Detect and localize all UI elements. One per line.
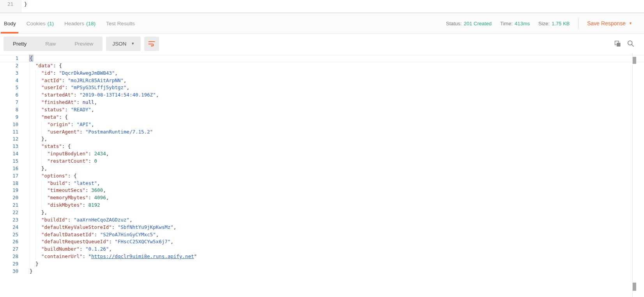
indent-guide: [30, 172, 35, 180]
code-line-content: "containerUrl": "https://dqclr9uimi8e.ru…: [18, 253, 197, 260]
tab-cookies-label: Cookies: [27, 21, 46, 26]
save-response-button[interactable]: Save Response ▼: [587, 20, 632, 26]
code-line: 7"finishedAt": null,: [0, 99, 644, 106]
code-token: "defaultRequestQueueId": [41, 239, 109, 244]
code-line: 19"timeoutSecs": 3600,: [0, 187, 644, 194]
code-token: ,: [124, 77, 127, 83]
code-token: 8192: [88, 202, 100, 208]
code-token: ,: [91, 121, 94, 127]
code-line-content: "data": {: [18, 62, 62, 70]
code-token: "latest": [74, 180, 97, 186]
code-token: :: [71, 121, 76, 127]
code-line: 3"id": "DqcrDkAwegJmBWB43",: [0, 70, 644, 77]
code-token: 2434: [94, 151, 106, 156]
code-line: 27"buildNumber": "0.1.26",: [0, 246, 644, 253]
indent-guide: [35, 70, 41, 77]
tab-cookies[interactable]: Cookies (1): [27, 13, 54, 33]
line-number: 22: [0, 209, 18, 216]
tab-body[interactable]: Body: [4, 13, 16, 33]
tab-test-results[interactable]: Test Results: [106, 13, 135, 33]
code-token: "startedAt": [41, 92, 74, 98]
code-token: "API": [76, 121, 91, 127]
raw-button[interactable]: Raw: [36, 37, 65, 51]
code-token: "inputBodyLen": [47, 151, 88, 156]
code-line-content: "startedAt": "2019-08-13T14:54:40.196Z",: [18, 91, 159, 99]
indent-guide: [30, 224, 35, 231]
tab-headers[interactable]: Headers (18): [64, 13, 96, 33]
preview-button[interactable]: Preview: [65, 37, 103, 51]
line-number: 27: [0, 246, 18, 253]
indent-guide: [35, 165, 41, 172]
response-body-viewer[interactable]: 1{2"data": {3"id": "DqcrDkAwegJmBWB43",4…: [0, 53, 644, 297]
code-line: 9"meta": {: [0, 114, 644, 121]
indent-guide: [41, 128, 47, 136]
code-token: :: [82, 202, 88, 208]
scrollbar-thumb[interactable]: [633, 57, 636, 64]
code-token: "buildId": [41, 217, 68, 223]
indent-guide: [41, 187, 47, 194]
tab-headers-count: (18): [86, 21, 96, 26]
language-dropdown[interactable]: JSON ▼: [106, 37, 141, 51]
code-token: :: [109, 239, 115, 244]
size-value: 1.75 KB: [552, 21, 570, 26]
code-line-content: "memoryMbytes": 4096,: [18, 194, 109, 202]
line-number: 14: [0, 150, 18, 158]
indent-guide: [30, 260, 35, 268]
container-url-link[interactable]: https://dqclr9uimi8e.runs.apify.net: [91, 253, 194, 259]
language-dropdown-value: JSON: [112, 41, 126, 47]
copy-button[interactable]: [614, 40, 621, 47]
code-token: ,: [156, 92, 159, 98]
code-line-content: },: [18, 135, 47, 143]
code-token: "S2PoA7HinGyCYMxc5": [100, 232, 156, 237]
code-token: "2019-08-13T14:54:40.196Z": [80, 92, 156, 98]
code-line: 18"build": "latest",: [0, 180, 644, 187]
request-editor-strip[interactable]: 21 }: [0, 0, 644, 12]
code-token: :: [88, 158, 94, 164]
line-number: 16: [0, 165, 18, 172]
code-token: ,: [109, 246, 112, 252]
wrap-text-icon: [148, 40, 156, 47]
code-line-content: "status": "READY",: [18, 106, 94, 114]
wrap-text-button[interactable]: [144, 37, 159, 51]
indent-guide: [30, 121, 35, 128]
status-indicator: Status: 201 Created: [446, 21, 492, 26]
search-button[interactable]: [627, 40, 634, 47]
indent-guide: [35, 202, 41, 209]
code-token: },: [41, 136, 47, 142]
code-token: "options": [41, 173, 68, 179]
code-token: :: [112, 224, 118, 230]
indent-guide: [35, 114, 41, 121]
code-token: ,: [91, 107, 94, 112]
indent-guide: [30, 150, 35, 158]
code-line-content: "diskMbytes": 8192: [18, 202, 100, 209]
indent-guide: [41, 121, 47, 128]
indent-guide: [35, 106, 41, 114]
indent-guide: [35, 99, 41, 106]
code-line-content: "defaultDatasetId": "S2PoA7HinGyCYMxc5",: [18, 231, 159, 239]
code-token: },: [41, 209, 47, 215]
code-line: 8"status": "READY",: [0, 106, 644, 114]
pretty-button[interactable]: Pretty: [4, 37, 36, 51]
code-line: 17"options": {: [0, 172, 644, 180]
indent-guide: [30, 180, 35, 187]
indent-guide: [35, 135, 41, 143]
body-toolbar: Pretty Raw Preview JSON ▼: [0, 34, 644, 53]
code-token: ,: [173, 224, 177, 230]
code-line: 29}: [0, 260, 644, 268]
code-line-content: {: [18, 55, 33, 62]
code-token: },: [41, 165, 47, 171]
code-line: 24"defaultKeyValueStoreId": "SbfNhtYu9jK…: [0, 224, 644, 231]
code-token: ,: [129, 217, 133, 223]
code-token: : {: [62, 143, 71, 149]
line-number: 19: [0, 187, 18, 194]
code-line: 11"userAgent": "PostmanRuntime/7.15.2": [0, 128, 644, 136]
code-token: 4096: [94, 195, 106, 200]
scrollbar-thumb[interactable]: [633, 283, 636, 291]
indent-guide: [30, 128, 35, 136]
code-token: :: [88, 151, 94, 156]
code-token: "userAgent": [47, 129, 80, 135]
line-number: 26: [0, 238, 18, 246]
indent-guide: [30, 187, 35, 194]
code-token: "buildNumber": [41, 246, 80, 252]
code-token: : {: [68, 173, 77, 179]
